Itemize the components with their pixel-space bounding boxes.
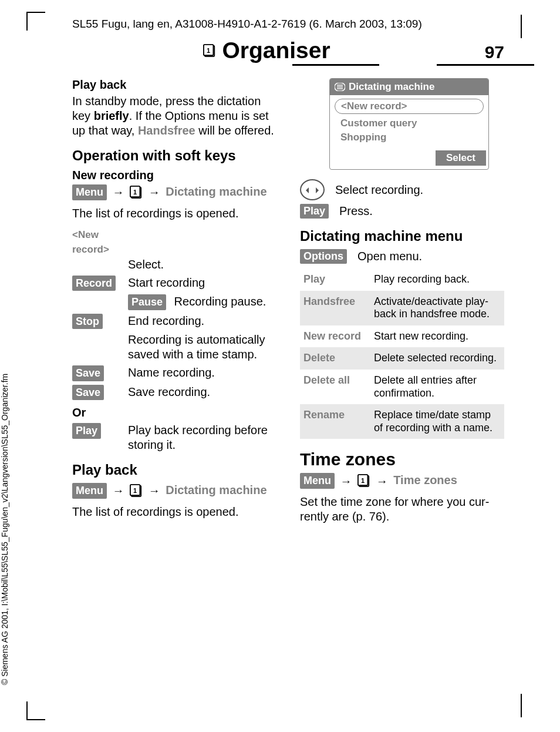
- menu-path-dictating-2: Menu → 1 → Dictating machine: [72, 483, 276, 499]
- play-softkey: Play: [72, 423, 101, 439]
- end-recording-text: End recording.: [128, 314, 276, 328]
- crop-tick-bottom-right: [521, 694, 522, 717]
- record-softkey: Record: [72, 276, 116, 291]
- list-item: Recording is automatical­ly saved with a…: [72, 333, 276, 362]
- save-recording-text: Save recording.: [128, 385, 276, 399]
- left-column: Play back In standby mode, press the dic…: [72, 78, 276, 530]
- pause-row: Pause Recording pause.: [128, 294, 276, 310]
- list-item: Save Name recording.: [72, 365, 276, 381]
- page-header: 1 Organiser 97: [29, 38, 504, 63]
- crop-mark-bottom-left: [26, 701, 45, 720]
- table-key: Delete all: [303, 374, 374, 399]
- nav-arrows-icon: [300, 179, 325, 200]
- page-title: Organiser: [222, 38, 330, 63]
- select-softkey: Select: [436, 150, 486, 166]
- screen-body: <New record> Customer query Shopping: [330, 95, 488, 148]
- crop-tick-top-right: [521, 15, 522, 38]
- arrow-icon: →: [149, 186, 160, 199]
- play-softkey: Play: [300, 204, 329, 219]
- doc-header-line: SL55 Fugu, lang en, A31008-H4910-A1-2-76…: [72, 18, 504, 31]
- softkeys-heading: Operation with soft keys: [72, 147, 276, 164]
- table-row: Delete Delete selected recording.: [300, 347, 504, 370]
- dict-menu-heading: Dictating machine menu: [300, 228, 504, 244]
- pause-text: Recording pause.: [174, 295, 266, 308]
- stop-softkey: Stop: [72, 314, 103, 330]
- right-column: Dictating machine <New record> Customer …: [300, 78, 504, 530]
- options-softkey: Options: [300, 249, 347, 264]
- press-text: Press.: [339, 204, 373, 218]
- screen-row: Shopping: [335, 130, 484, 145]
- arrow-icon: →: [113, 484, 124, 497]
- screen-row-text: <New record>: [341, 100, 407, 112]
- menu-table: Play Play recording back. Handsfree Acti…: [300, 268, 504, 439]
- select-text: Select.: [128, 257, 276, 272]
- list-item: Select.: [72, 257, 276, 272]
- phone-screen: Dictating machine <New record> Customer …: [329, 78, 489, 170]
- dictating-label: Dictating machine: [166, 185, 266, 198]
- select-recording-text: Select recording.: [335, 183, 423, 197]
- arrow-icon: →: [376, 475, 388, 488]
- svg-text:1: 1: [133, 486, 137, 493]
- table-value: Replace time/date stamp of recording wit…: [374, 409, 501, 434]
- play-before-store-text: Play back recording be­fore storing it.: [128, 423, 276, 452]
- screen-title-bar: Dictating machine: [330, 79, 488, 95]
- table-key: New record: [303, 330, 374, 343]
- menu-path-dictating: Menu → 1 → Dictating machine: [72, 184, 276, 200]
- list-opened-text: The list of recordings is opened.: [72, 206, 276, 221]
- table-row: Rename Replace time/date stamp of record…: [300, 404, 504, 439]
- timezones-label: Time zones: [393, 474, 457, 486]
- menu-softkey: Menu: [72, 184, 107, 200]
- svg-text:1: 1: [133, 188, 137, 195]
- screen-row-selected: <New record>: [335, 99, 484, 114]
- handsfree-grey: Handsfree: [138, 124, 195, 137]
- play-row: Play Press.: [300, 204, 504, 219]
- arrow-icon: →: [149, 484, 160, 497]
- table-key: Play: [303, 273, 374, 286]
- menu-softkey: Menu: [72, 483, 107, 499]
- organiser-icon: 1: [357, 474, 370, 488]
- timezones-paragraph: Set the time zone for where you cur­rent…: [300, 495, 504, 524]
- list-item: Pause Recording pause.: [72, 294, 276, 310]
- table-key: Delete: [303, 352, 374, 365]
- new-record-label: <New record>: [72, 229, 109, 255]
- page-number: 97: [485, 42, 504, 62]
- table-row: Play Play recording back.: [300, 268, 504, 291]
- page: © Siemens AG 2001, I:\Mobil\L55\SL55_Fug…: [0, 0, 560, 732]
- table-value: Delete all entries after confirmation.: [374, 374, 501, 399]
- menu-softkey: Menu: [300, 473, 335, 489]
- briefly-bold: briefly: [94, 109, 129, 122]
- newrecording-heading: New recording: [72, 169, 276, 182]
- nav-row: Select recording.: [300, 179, 504, 200]
- svg-text:1: 1: [207, 47, 210, 54]
- save-softkey: Save: [72, 365, 104, 381]
- pagenum-underline: [437, 64, 534, 66]
- table-value: Activate/deactivate play­back in handsfr…: [374, 296, 501, 321]
- arrow-icon: →: [340, 475, 352, 488]
- playback-heading: Play back: [72, 78, 276, 92]
- open-menu-text: Open menu.: [357, 250, 422, 263]
- playback-paragraph: In standby mode, press the dictation key…: [72, 94, 276, 138]
- name-recording-text: Name recording.: [128, 365, 276, 380]
- screen-title-text: Dictating machine: [349, 81, 434, 93]
- list-item: <New record>: [72, 227, 276, 256]
- save-softkey: Save: [72, 385, 104, 401]
- screen-row-text: Customer query: [340, 117, 417, 129]
- list-item: Play Play back recording be­fore storing…: [72, 423, 276, 452]
- options-row: Options Open menu.: [300, 249, 504, 264]
- table-value: Delete selected recording.: [374, 352, 501, 365]
- table-value: Play recording back.: [374, 273, 501, 286]
- screen-row: Customer query: [335, 116, 484, 130]
- table-row: Handsfree Activate/deactivate play­back …: [300, 291, 504, 325]
- menu-path-timezones: Menu → 1 → Time zones: [300, 473, 504, 489]
- table-key: Rename: [303, 409, 374, 434]
- text: will be offered.: [195, 124, 274, 137]
- organiser-icon: 1: [130, 186, 143, 200]
- autosave-text: Recording is automatical­ly saved with a…: [128, 333, 276, 362]
- dictating-label: Dictating machine: [166, 483, 266, 496]
- arrow-icon: →: [113, 186, 124, 199]
- list-item: Record Start recording: [72, 276, 276, 291]
- organiser-icon: 1: [130, 484, 143, 498]
- list-icon: [335, 83, 345, 91]
- table-value: Start new recording.: [374, 330, 501, 343]
- list-item: Save Save recording.: [72, 385, 276, 401]
